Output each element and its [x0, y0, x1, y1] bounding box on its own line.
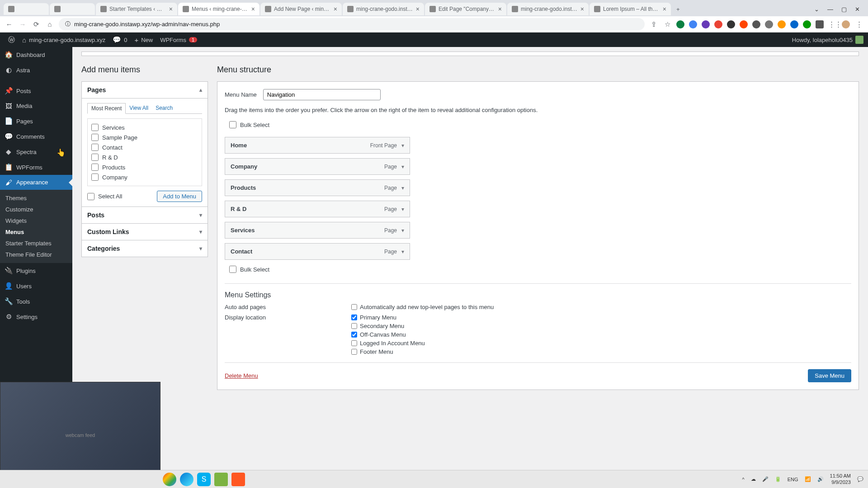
extension-icon[interactable] [727, 20, 735, 28]
close-window-button[interactable]: ✕ [855, 6, 860, 13]
browser-tab-1[interactable]: Menus ‹ ming-crane-godo.× [178, 3, 259, 15]
browser-tab-6[interactable]: Lorem Ipsum – All the facts - × [590, 3, 671, 15]
sidebar-item-wpforms[interactable]: 📋WPForms [0, 160, 72, 175]
comments-link[interactable]: 💬0 [109, 33, 131, 47]
extension-icon[interactable] [816, 20, 824, 28]
bulk-select-bottom[interactable]: Bulk Select [229, 264, 851, 274]
chevron-down-icon[interactable]: ▾ [401, 206, 404, 212]
extension-icon[interactable] [765, 20, 773, 28]
bulk-select-top[interactable]: Bulk Select [229, 120, 851, 130]
taskbar-edge-icon[interactable] [180, 473, 193, 486]
sidebar-item-users[interactable]: 👤Users [0, 278, 72, 294]
browser-tab-3[interactable]: ming-crane-godo.instawp.xyz× [343, 3, 424, 15]
tab-view-all[interactable]: View All [126, 103, 152, 113]
sidebar-item-settings[interactable]: ⚙Settings [0, 309, 72, 324]
checkbox[interactable] [91, 144, 99, 151]
site-name[interactable]: ⌂ming-crane-godo.instawp.xyz [19, 33, 109, 47]
page-check-contact[interactable]: Contact [91, 142, 198, 152]
app-tab-0[interactable] [4, 3, 49, 15]
tray-battery-icon[interactable]: 🔋 [775, 476, 781, 482]
page-check-sample[interactable]: Sample Page [91, 132, 198, 142]
sidebar-item-appearance[interactable]: 🖌Appearance [0, 175, 72, 190]
maximize-button[interactable]: ▢ [841, 6, 847, 13]
page-check-rd[interactable]: R & D [91, 152, 198, 162]
auto-add-option[interactable]: Automatically add new top-level pages to… [351, 304, 494, 310]
tray-clock[interactable]: 11:50 AM 9/9/2023 [830, 473, 851, 485]
menu-item-products[interactable]: ProductsPage▾ [225, 179, 410, 196]
save-menu-button[interactable]: Save Menu [808, 369, 851, 382]
close-icon[interactable]: × [416, 5, 420, 13]
menu-item-rd[interactable]: R & DPage▾ [225, 201, 410, 217]
wpforms-link[interactable]: WPForms1 [156, 33, 201, 47]
select-all[interactable]: Select All [87, 192, 122, 202]
sidebar-item-tools[interactable]: 🔧Tools [0, 294, 72, 309]
sidebar-item-media[interactable]: 🖼Media [0, 99, 72, 113]
pages-toggle[interactable]: Pages ▴ [82, 82, 208, 99]
home-button[interactable]: ⌂ [45, 20, 54, 28]
checkbox[interactable] [91, 154, 99, 161]
site-info-icon[interactable]: ⓘ [65, 20, 71, 28]
menu-item-services[interactable]: ServicesPage▾ [225, 222, 410, 239]
app-tab-1[interactable] [50, 3, 95, 15]
sidebar-item-astra[interactable]: ◐Astra [0, 62, 72, 78]
tray-chevron-icon[interactable]: ^ [742, 477, 745, 482]
checkbox[interactable] [91, 164, 99, 171]
close-icon[interactable]: × [251, 5, 255, 13]
taskbar-app-icon[interactable] [214, 473, 228, 486]
submenu-themes[interactable]: Themes [0, 192, 72, 204]
chevron-down-icon[interactable]: ▾ [401, 142, 404, 149]
extension-icon[interactable] [740, 20, 748, 28]
forward-button[interactable]: → [18, 20, 27, 28]
profile-avatar[interactable] [842, 20, 850, 28]
tray-notifications-icon[interactable]: 💬 [857, 476, 863, 482]
extension-icon[interactable] [676, 20, 684, 28]
chevron-down-icon[interactable]: ▾ [401, 185, 404, 191]
extension-icon[interactable] [790, 20, 798, 28]
submenu-customize[interactable]: Customize [0, 204, 72, 215]
user-menu[interactable]: Howdy, lolapeholu0435 [792, 36, 863, 44]
checkbox[interactable] [229, 121, 236, 128]
browser-tab-0[interactable]: Starter Templates ‹ ming-cran× [96, 3, 177, 15]
checkbox[interactable] [91, 124, 99, 131]
checkbox[interactable] [351, 304, 357, 310]
chevron-down-icon[interactable]: ▾ [401, 249, 404, 255]
back-button[interactable]: ← [5, 20, 14, 28]
close-icon[interactable]: × [580, 5, 584, 13]
checkbox[interactable] [351, 323, 357, 329]
reload-button[interactable]: ⟳ [32, 20, 41, 28]
checkbox[interactable] [229, 266, 236, 273]
menu-name-input[interactable] [263, 89, 381, 100]
extension-icon[interactable] [803, 20, 811, 28]
tray-lang[interactable]: ENG [788, 477, 798, 482]
address-bar[interactable]: ⓘ ming-crane-godo.instawp.xyz/wp-admin/n… [59, 18, 645, 30]
bookmark-icon[interactable]: ☆ [663, 20, 672, 28]
tray-onedrive-icon[interactable]: ☁ [751, 476, 756, 482]
taskbar-app-icon[interactable] [231, 473, 245, 486]
tab-search[interactable]: Search [152, 103, 176, 113]
tray-wifi-icon[interactable]: 📶 [805, 476, 811, 482]
new-tab-button[interactable]: + [672, 3, 684, 15]
close-icon[interactable]: × [663, 5, 666, 13]
custom-links-toggle[interactable]: Custom Links ▾ [82, 224, 208, 240]
sidebar-item-comments[interactable]: 💬Comments [0, 129, 72, 144]
location-primary[interactable]: Primary Menu [351, 314, 425, 321]
submenu-menus[interactable]: Menus [0, 226, 72, 238]
tab-most-recent[interactable]: Most Recent [87, 103, 126, 114]
sidebar-item-spectra[interactable]: ◆Spectra [0, 144, 72, 160]
submenu-theme-file-editor[interactable]: Theme File Editor [0, 249, 72, 260]
chevron-down-icon[interactable]: ⌄ [814, 6, 819, 13]
extension-icon[interactable] [752, 20, 760, 28]
menu-item-company[interactable]: CompanyPage▾ [225, 158, 410, 175]
location-footer[interactable]: Footer Menu [351, 348, 425, 355]
menu-item-home[interactable]: HomeFront Page▾ [225, 137, 410, 154]
checkbox[interactable] [91, 174, 99, 181]
minimize-button[interactable]: — [827, 6, 833, 13]
extensions-menu-icon[interactable]: ⋮⋮ [828, 20, 837, 28]
extension-icon[interactable] [778, 20, 786, 28]
extension-icon[interactable] [689, 20, 697, 28]
sidebar-item-dashboard[interactable]: 🏠Dashboard [0, 47, 72, 62]
close-icon[interactable]: × [334, 5, 337, 13]
checkbox[interactable] [87, 193, 94, 200]
sidebar-item-posts[interactable]: 📌Posts [0, 83, 72, 99]
submenu-widgets[interactable]: Widgets [0, 215, 72, 226]
